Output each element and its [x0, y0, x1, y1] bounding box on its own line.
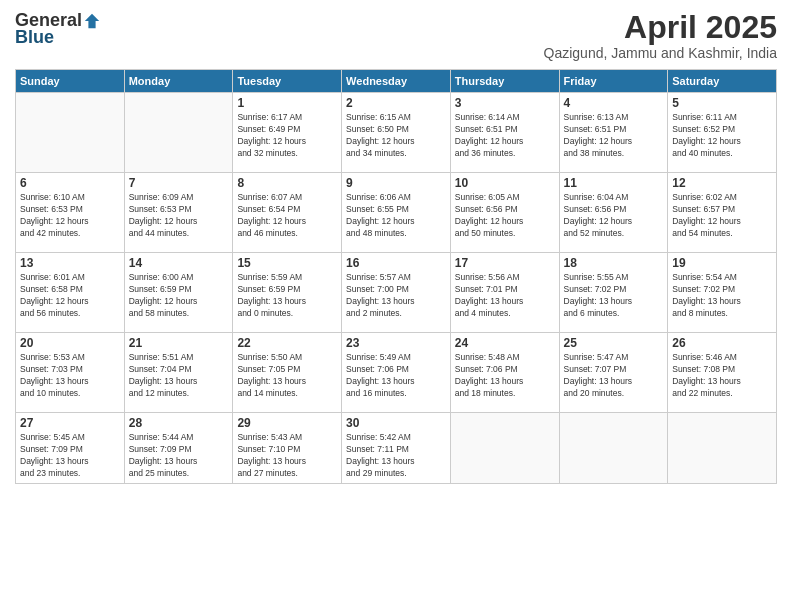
day-number: 29 — [237, 416, 337, 430]
calendar-cell: 10Sunrise: 6:05 AM Sunset: 6:56 PM Dayli… — [450, 173, 559, 253]
svg-marker-0 — [85, 13, 99, 27]
day-number: 7 — [129, 176, 229, 190]
calendar-cell: 19Sunrise: 5:54 AM Sunset: 7:02 PM Dayli… — [668, 253, 777, 333]
calendar-cell: 1Sunrise: 6:17 AM Sunset: 6:49 PM Daylig… — [233, 93, 342, 173]
weekday-header-saturday: Saturday — [668, 70, 777, 93]
day-info: Sunrise: 5:55 AM Sunset: 7:02 PM Dayligh… — [564, 272, 664, 320]
day-info: Sunrise: 5:42 AM Sunset: 7:11 PM Dayligh… — [346, 432, 446, 480]
calendar-cell: 28Sunrise: 5:44 AM Sunset: 7:09 PM Dayli… — [124, 413, 233, 484]
day-number: 20 — [20, 336, 120, 350]
calendar-cell: 18Sunrise: 5:55 AM Sunset: 7:02 PM Dayli… — [559, 253, 668, 333]
day-number: 30 — [346, 416, 446, 430]
day-info: Sunrise: 6:00 AM Sunset: 6:59 PM Dayligh… — [129, 272, 229, 320]
day-info: Sunrise: 6:06 AM Sunset: 6:55 PM Dayligh… — [346, 192, 446, 240]
calendar-cell: 8Sunrise: 6:07 AM Sunset: 6:54 PM Daylig… — [233, 173, 342, 253]
day-info: Sunrise: 6:11 AM Sunset: 6:52 PM Dayligh… — [672, 112, 772, 160]
calendar-cell: 13Sunrise: 6:01 AM Sunset: 6:58 PM Dayli… — [16, 253, 125, 333]
calendar-cell: 23Sunrise: 5:49 AM Sunset: 7:06 PM Dayli… — [342, 333, 451, 413]
day-info: Sunrise: 6:14 AM Sunset: 6:51 PM Dayligh… — [455, 112, 555, 160]
day-number: 23 — [346, 336, 446, 350]
day-number: 18 — [564, 256, 664, 270]
weekday-header-monday: Monday — [124, 70, 233, 93]
day-number: 22 — [237, 336, 337, 350]
location: Qazigund, Jammu and Kashmir, India — [544, 45, 777, 61]
calendar-cell: 2Sunrise: 6:15 AM Sunset: 6:50 PM Daylig… — [342, 93, 451, 173]
day-info: Sunrise: 6:09 AM Sunset: 6:53 PM Dayligh… — [129, 192, 229, 240]
logo-icon — [83, 12, 101, 30]
day-number: 24 — [455, 336, 555, 350]
day-number: 27 — [20, 416, 120, 430]
calendar-cell: 6Sunrise: 6:10 AM Sunset: 6:53 PM Daylig… — [16, 173, 125, 253]
day-number: 12 — [672, 176, 772, 190]
calendar-cell — [450, 413, 559, 484]
calendar-cell: 15Sunrise: 5:59 AM Sunset: 6:59 PM Dayli… — [233, 253, 342, 333]
day-info: Sunrise: 5:59 AM Sunset: 6:59 PM Dayligh… — [237, 272, 337, 320]
day-info: Sunrise: 6:07 AM Sunset: 6:54 PM Dayligh… — [237, 192, 337, 240]
calendar-cell: 5Sunrise: 6:11 AM Sunset: 6:52 PM Daylig… — [668, 93, 777, 173]
header: General Blue April 2025 Qazigund, Jammu … — [15, 10, 777, 61]
calendar-cell: 25Sunrise: 5:47 AM Sunset: 7:07 PM Dayli… — [559, 333, 668, 413]
day-info: Sunrise: 5:44 AM Sunset: 7:09 PM Dayligh… — [129, 432, 229, 480]
calendar-cell: 16Sunrise: 5:57 AM Sunset: 7:00 PM Dayli… — [342, 253, 451, 333]
day-number: 14 — [129, 256, 229, 270]
day-number: 9 — [346, 176, 446, 190]
day-info: Sunrise: 6:02 AM Sunset: 6:57 PM Dayligh… — [672, 192, 772, 240]
weekday-header-thursday: Thursday — [450, 70, 559, 93]
calendar-cell: 29Sunrise: 5:43 AM Sunset: 7:10 PM Dayli… — [233, 413, 342, 484]
day-info: Sunrise: 5:47 AM Sunset: 7:07 PM Dayligh… — [564, 352, 664, 400]
day-info: Sunrise: 6:10 AM Sunset: 6:53 PM Dayligh… — [20, 192, 120, 240]
day-info: Sunrise: 6:01 AM Sunset: 6:58 PM Dayligh… — [20, 272, 120, 320]
calendar-cell — [668, 413, 777, 484]
day-info: Sunrise: 5:43 AM Sunset: 7:10 PM Dayligh… — [237, 432, 337, 480]
day-number: 13 — [20, 256, 120, 270]
calendar-week-3: 20Sunrise: 5:53 AM Sunset: 7:03 PM Dayli… — [16, 333, 777, 413]
calendar-week-4: 27Sunrise: 5:45 AM Sunset: 7:09 PM Dayli… — [16, 413, 777, 484]
day-info: Sunrise: 6:17 AM Sunset: 6:49 PM Dayligh… — [237, 112, 337, 160]
calendar-cell: 26Sunrise: 5:46 AM Sunset: 7:08 PM Dayli… — [668, 333, 777, 413]
calendar-cell: 17Sunrise: 5:56 AM Sunset: 7:01 PM Dayli… — [450, 253, 559, 333]
day-number: 25 — [564, 336, 664, 350]
day-info: Sunrise: 5:50 AM Sunset: 7:05 PM Dayligh… — [237, 352, 337, 400]
day-number: 8 — [237, 176, 337, 190]
day-number: 17 — [455, 256, 555, 270]
day-info: Sunrise: 6:15 AM Sunset: 6:50 PM Dayligh… — [346, 112, 446, 160]
calendar-cell: 9Sunrise: 6:06 AM Sunset: 6:55 PM Daylig… — [342, 173, 451, 253]
day-number: 16 — [346, 256, 446, 270]
day-info: Sunrise: 5:53 AM Sunset: 7:03 PM Dayligh… — [20, 352, 120, 400]
day-info: Sunrise: 5:45 AM Sunset: 7:09 PM Dayligh… — [20, 432, 120, 480]
day-number: 1 — [237, 96, 337, 110]
calendar-cell — [16, 93, 125, 173]
day-number: 15 — [237, 256, 337, 270]
logo-blue-text: Blue — [15, 27, 54, 48]
calendar-cell: 30Sunrise: 5:42 AM Sunset: 7:11 PM Dayli… — [342, 413, 451, 484]
calendar-cell: 12Sunrise: 6:02 AM Sunset: 6:57 PM Dayli… — [668, 173, 777, 253]
day-info: Sunrise: 5:51 AM Sunset: 7:04 PM Dayligh… — [129, 352, 229, 400]
day-info: Sunrise: 5:49 AM Sunset: 7:06 PM Dayligh… — [346, 352, 446, 400]
calendar-cell: 21Sunrise: 5:51 AM Sunset: 7:04 PM Dayli… — [124, 333, 233, 413]
weekday-header-wednesday: Wednesday — [342, 70, 451, 93]
calendar-cell: 24Sunrise: 5:48 AM Sunset: 7:06 PM Dayli… — [450, 333, 559, 413]
day-number: 26 — [672, 336, 772, 350]
day-info: Sunrise: 5:56 AM Sunset: 7:01 PM Dayligh… — [455, 272, 555, 320]
page: General Blue April 2025 Qazigund, Jammu … — [0, 0, 792, 612]
calendar-cell: 11Sunrise: 6:04 AM Sunset: 6:56 PM Dayli… — [559, 173, 668, 253]
calendar-cell: 20Sunrise: 5:53 AM Sunset: 7:03 PM Dayli… — [16, 333, 125, 413]
day-number: 6 — [20, 176, 120, 190]
month-title: April 2025 — [544, 10, 777, 45]
day-number: 10 — [455, 176, 555, 190]
day-info: Sunrise: 6:13 AM Sunset: 6:51 PM Dayligh… — [564, 112, 664, 160]
day-info: Sunrise: 5:48 AM Sunset: 7:06 PM Dayligh… — [455, 352, 555, 400]
day-number: 21 — [129, 336, 229, 350]
day-info: Sunrise: 5:46 AM Sunset: 7:08 PM Dayligh… — [672, 352, 772, 400]
day-info: Sunrise: 5:54 AM Sunset: 7:02 PM Dayligh… — [672, 272, 772, 320]
day-number: 2 — [346, 96, 446, 110]
day-info: Sunrise: 6:04 AM Sunset: 6:56 PM Dayligh… — [564, 192, 664, 240]
day-info: Sunrise: 6:05 AM Sunset: 6:56 PM Dayligh… — [455, 192, 555, 240]
weekday-header-sunday: Sunday — [16, 70, 125, 93]
logo: General Blue — [15, 10, 101, 48]
calendar-week-2: 13Sunrise: 6:01 AM Sunset: 6:58 PM Dayli… — [16, 253, 777, 333]
calendar-cell: 4Sunrise: 6:13 AM Sunset: 6:51 PM Daylig… — [559, 93, 668, 173]
title-section: April 2025 Qazigund, Jammu and Kashmir, … — [544, 10, 777, 61]
calendar-cell: 27Sunrise: 5:45 AM Sunset: 7:09 PM Dayli… — [16, 413, 125, 484]
day-number: 3 — [455, 96, 555, 110]
